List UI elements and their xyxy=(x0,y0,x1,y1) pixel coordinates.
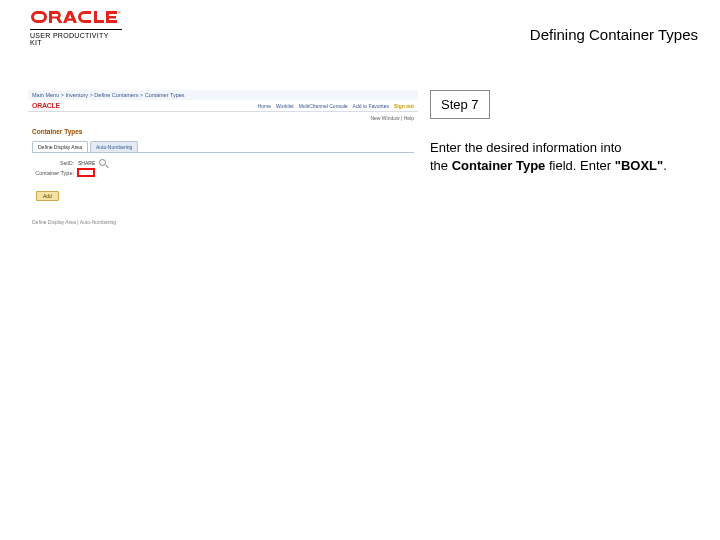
nav-worklist[interactable]: Worklist xyxy=(276,103,294,109)
nav-mcl[interactable]: MultiChannel Console xyxy=(299,103,348,109)
container-type-field: Container Type: xyxy=(32,168,414,177)
container-type-input[interactable] xyxy=(77,168,95,177)
brand-block: ® USER PRODUCTIVITY KIT xyxy=(30,10,122,46)
step-label: Step 7 xyxy=(430,90,490,119)
instruction-text: Enter the desired information into the C… xyxy=(430,139,690,174)
instr-line2-pre: the xyxy=(430,158,452,173)
subbrand-label: USER PRODUCTIVITY KIT xyxy=(30,29,122,46)
oracle-logo: ® xyxy=(30,10,122,25)
app-header-row: ORACLE Home Worklist MultiChannel Consol… xyxy=(28,100,418,112)
add-button[interactable]: Add xyxy=(36,191,59,201)
page-root: ® USER PRODUCTIVITY KIT Defining Contain… xyxy=(0,0,720,540)
setid-label: SetID: xyxy=(32,160,74,166)
form-panel: SetID: SHARE Container Type: Add xyxy=(32,152,414,211)
instr-line1: Enter the desired information into xyxy=(430,140,622,155)
instruction-panel: Step 7 Enter the desired information int… xyxy=(430,90,700,174)
svg-text:®: ® xyxy=(118,10,121,15)
container-type-label: Container Type: xyxy=(32,170,74,176)
footer-links[interactable]: Define Display Area | Auto-Numbering xyxy=(28,211,418,225)
window-help-links[interactable]: New Window | Help xyxy=(28,112,418,124)
page-title: Defining Container Types xyxy=(530,26,698,43)
tab-strip: Define Display Area Auto-Numbering xyxy=(32,141,414,152)
setid-field: SetID: SHARE xyxy=(32,159,414,166)
nav-signout[interactable]: Sign out xyxy=(394,103,414,109)
lookup-icon[interactable] xyxy=(99,159,106,166)
nav-home[interactable]: Home xyxy=(258,103,271,109)
instr-line2-end: . xyxy=(663,158,667,173)
nav-add-fav[interactable]: Add to Favorites xyxy=(353,103,389,109)
instr-line2-mid: field. Enter xyxy=(545,158,614,173)
tab-define-display-area[interactable]: Define Display Area xyxy=(32,141,88,152)
instr-field-name: Container Type xyxy=(452,158,546,173)
header: ® USER PRODUCTIVITY KIT Defining Contain… xyxy=(0,2,720,60)
app-screenshot: Main Menu > Inventory > Define Container… xyxy=(28,90,418,275)
app-logo: ORACLE xyxy=(32,102,60,109)
instr-value: "BOXL" xyxy=(615,158,663,173)
content-title: Container Types xyxy=(28,124,418,141)
app-top-nav: Home Worklist MultiChannel Console Add t… xyxy=(258,103,414,109)
setid-value: SHARE xyxy=(78,160,95,166)
tab-auto-numbering[interactable]: Auto-Numbering xyxy=(90,141,138,152)
breadcrumb: Main Menu > Inventory > Define Container… xyxy=(28,90,418,100)
